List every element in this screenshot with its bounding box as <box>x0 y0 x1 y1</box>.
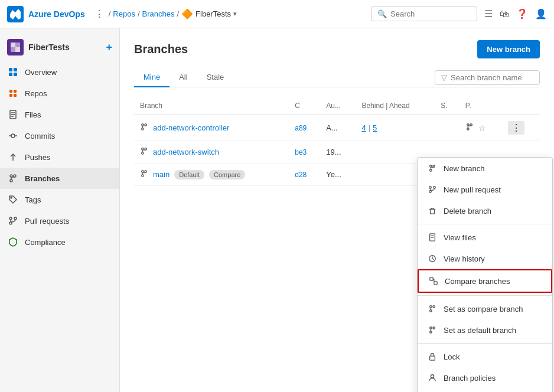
more-button[interactable]: ⋮ <box>508 121 524 135</box>
menu-history-icon <box>427 253 438 264</box>
branch-icon <box>140 123 148 133</box>
sidebar-item-compliance[interactable]: Compliance <box>0 231 119 253</box>
svg-rect-3 <box>15 47 20 52</box>
branch-name-link[interactable]: add-network-switch <box>153 148 219 156</box>
tab-all[interactable]: All <box>170 68 197 87</box>
compliance-icon <box>7 236 19 248</box>
svg-point-42 <box>142 175 144 177</box>
filter-icon: ▽ <box>441 73 447 82</box>
menu-item-lock[interactable]: Lock <box>418 346 552 367</box>
logo-icon <box>7 6 24 22</box>
branch-cell: main Default Compare <box>134 164 289 186</box>
star-icon[interactable]: ☆ <box>478 123 486 133</box>
breadcrumb-project: FiberTests <box>195 9 231 18</box>
menu-item-delete-branch[interactable]: Delete branch <box>418 200 552 221</box>
branch-name-link[interactable]: main <box>153 170 170 179</box>
svg-rect-9 <box>14 90 17 93</box>
page-title: Branches <box>134 43 188 56</box>
menu-item-label: Delete branch <box>444 207 491 215</box>
menu-item-set-compare[interactable]: Set as compare branch <box>418 298 552 319</box>
sidebar-item-label: Pushes <box>25 153 50 162</box>
branch-name-link[interactable]: add-network-controller <box>153 123 229 132</box>
breadcrumb-repos[interactable]: Repos <box>113 9 135 18</box>
behind-count[interactable]: 4 <box>361 123 366 132</box>
settings-icon[interactable]: ☰ <box>484 8 493 19</box>
sidebar-item-label: Repos <box>25 89 47 98</box>
menu-item-view-history[interactable]: View history <box>418 248 552 269</box>
more-apps-icon[interactable]: ⋮ <box>94 8 104 19</box>
commit-link[interactable]: d28 <box>295 171 307 179</box>
menu-item-label: Set as default branch <box>444 326 516 335</box>
menu-divider-3 <box>418 343 552 344</box>
sidebar-item-overview[interactable]: Overview <box>0 61 119 83</box>
svg-point-49 <box>429 187 432 189</box>
menu-item-view-files[interactable]: View files <box>418 227 552 248</box>
svg-point-30 <box>142 128 144 130</box>
breadcrumb-branches[interactable]: Branches <box>142 9 175 18</box>
svg-point-65 <box>433 306 435 308</box>
menu-item-label: New branch <box>444 164 484 173</box>
sidebar-item-label: Compliance <box>25 238 66 247</box>
menu-item-compare-branches[interactable]: Compare branches <box>418 269 552 293</box>
svg-point-72 <box>431 375 434 378</box>
menu-item-label: View history <box>444 254 485 263</box>
more-cell: ⋮ <box>502 115 540 141</box>
sidebar-item-pushes[interactable]: Pushes <box>0 146 119 168</box>
svg-point-38 <box>142 152 144 155</box>
svg-rect-11 <box>14 94 17 97</box>
menu-policy-icon <box>427 373 438 383</box>
svg-point-25 <box>9 217 12 220</box>
table-row: add-network-controller a89 A... 4 | 5 <box>134 115 540 141</box>
bag-icon[interactable]: 🛍 <box>500 9 509 19</box>
branch-action-icon[interactable] <box>465 123 474 133</box>
add-project-icon[interactable]: + <box>106 41 112 54</box>
tab-stale[interactable]: Stale <box>197 68 234 87</box>
chevron-down-icon[interactable]: ▾ <box>233 10 237 18</box>
col-p: P. <box>460 97 503 115</box>
compare-badge: Compare <box>209 170 245 179</box>
branch-search-input[interactable] <box>451 73 533 82</box>
sidebar-item-files[interactable]: Files <box>0 104 119 125</box>
branch-cell: add-network-controller <box>134 115 289 141</box>
col-c: C <box>289 97 320 115</box>
ahead-count[interactable]: 5 <box>373 123 377 132</box>
new-branch-button[interactable]: New branch <box>477 40 540 58</box>
branch-search-box[interactable]: ▽ <box>435 70 540 85</box>
tab-group: Mine All Stale <box>134 68 233 87</box>
sidebar-item-commits[interactable]: Commits <box>0 125 119 146</box>
menu-item-security[interactable]: Branch security <box>418 388 552 392</box>
menu-item-label: New pull request <box>444 185 501 194</box>
menu-item-new-branch[interactable]: New branch <box>418 158 552 179</box>
col-actions <box>502 97 540 115</box>
svg-point-67 <box>430 327 432 329</box>
tags-icon <box>7 194 19 205</box>
commits-icon <box>7 130 19 142</box>
sidebar-item-branches[interactable]: Branches <box>0 168 119 189</box>
menu-item-label: Lock <box>444 352 460 361</box>
menu-item-new-pr[interactable]: New pull request <box>418 179 552 200</box>
sidebar-item-pullrequests[interactable]: Pull requests <box>0 210 119 231</box>
app-name: Azure DevOps <box>28 9 85 19</box>
breadcrumb-current: 🔶 FiberTests ▾ <box>181 8 237 19</box>
help-icon[interactable]: ❓ <box>516 8 528 19</box>
svg-point-69 <box>433 327 435 329</box>
pushes-icon <box>7 151 19 163</box>
sidebar-item-repos[interactable]: Repos <box>0 83 119 104</box>
menu-item-policies[interactable]: Branch policies <box>418 367 552 388</box>
user-icon[interactable]: 👤 <box>535 8 547 19</box>
commit-link[interactable]: a89 <box>295 124 307 132</box>
menu-compare-icon <box>428 276 439 286</box>
branch-icon <box>140 169 148 179</box>
app-logo[interactable]: Azure DevOps <box>7 6 85 22</box>
search-box[interactable]: 🔍 <box>371 6 477 21</box>
svg-rect-60 <box>434 282 437 285</box>
menu-set-default-icon <box>427 325 438 335</box>
breadcrumb: / Repos / Branches / 🔶 FiberTests ▾ <box>109 8 237 19</box>
svg-point-63 <box>430 306 432 308</box>
tab-mine[interactable]: Mine <box>134 68 170 87</box>
commit-link[interactable]: be3 <box>295 148 307 156</box>
search-input[interactable] <box>390 9 467 18</box>
sidebar-item-tags[interactable]: Tags <box>0 189 119 210</box>
svg-rect-7 <box>14 73 17 76</box>
menu-item-set-default[interactable]: Set as default branch <box>418 319 552 341</box>
